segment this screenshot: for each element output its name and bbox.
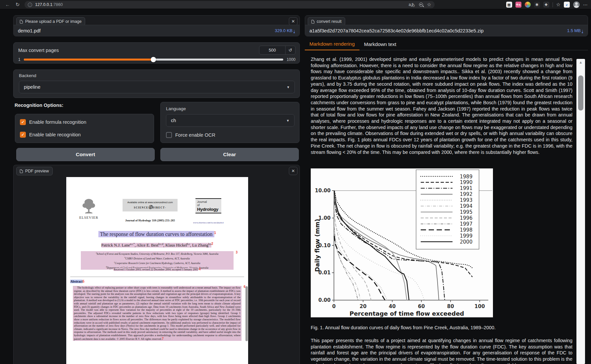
toolbar-divider	[553, 2, 553, 7]
misc-extension-icon[interactable]: ❖	[543, 2, 549, 8]
pdf-page-scrollbar-thumb[interactable]	[245, 286, 248, 341]
svg-text:10.00: 10.00	[315, 188, 331, 194]
site-info-icon[interactable]: i	[28, 3, 32, 7]
svg-text:1998: 1998	[460, 227, 472, 233]
uploaded-file-row[interactable]: demo1.pdf 329.0 KB ↓	[14, 25, 299, 36]
markdown-rendering-panel: Zhang et al. (1999, 2001) developed simp…	[305, 50, 577, 364]
paper-received-line: Received 1 October 2003; revised 22 Dece…	[66, 267, 248, 271]
svg-text:0: 0	[332, 303, 336, 309]
pdf-preview-chip: PDF preview	[16, 167, 53, 175]
available-online-text: Available online at www.sciencedirect.co…	[123, 201, 178, 204]
affiliation-line: bCSIRO Division of Land and Water, Canbe…	[81, 256, 234, 260]
journal-of-hydrology-box: Journal of Hydrology	[195, 198, 221, 213]
fruit-bowl-extension-icon[interactable]	[525, 2, 531, 8]
file-icon	[20, 169, 23, 173]
svg-text:1997: 1997	[460, 221, 472, 227]
language-dropdown[interactable]: ch ▼	[166, 114, 295, 127]
menu-dots-icon[interactable]: ⋯	[583, 2, 588, 7]
recognition-options-box: ✓ Enable formula recognition ✓ Enable ta…	[15, 114, 154, 143]
elsevier-logo: ELSEVIER	[76, 198, 101, 219]
scrollbar-up-arrow[interactable]: ▲	[576, 60, 585, 64]
reload-icon[interactable]: ↻	[13, 2, 23, 8]
figure-1-chart: 10.001.000.100.010.00020406080100Percent…	[311, 168, 493, 317]
favorites-icon[interactable]: ☆	[556, 2, 561, 8]
svg-text:1996: 1996	[460, 215, 472, 221]
qr-extension-icon[interactable]: ▦	[506, 2, 512, 8]
max-pages-input[interactable]: 500	[259, 46, 285, 54]
force-ocr-checkbox[interactable]	[166, 132, 172, 138]
annotation-1: 1	[214, 231, 216, 235]
svg-text:1990: 1990	[460, 179, 472, 185]
tab-markdown-rendering[interactable]: Markdown rendering	[305, 38, 359, 50]
back-icon[interactable]: ←	[3, 2, 13, 7]
browser-window: ← ↻ i 127.0.0.1 :7860 aあ ☆ ▦ 中A ✻ ❖ ☆ e …	[0, 0, 591, 364]
scrollbar-thumb[interactable]	[578, 75, 583, 111]
svg-text:1993: 1993	[460, 197, 472, 203]
affiliation-line: aSchool of Forest and Ecosystem Studies,…	[81, 251, 234, 256]
svg-text:0.00: 0.00	[318, 297, 331, 303]
result-filesize[interactable]: 1.5 MB ↓	[567, 28, 583, 33]
formula-checkbox-label: Enable formula recognition	[29, 119, 86, 125]
markdown-scrollbar[interactable]: ▲	[576, 59, 585, 364]
address-bar[interactable]: i 127.0.0.1 :7860 aあ ☆	[25, 1, 435, 8]
max-pages-input-group: 500 ↺	[259, 46, 296, 55]
formula-checkbox[interactable]: ✓	[20, 119, 26, 125]
svg-text:Percentage of time flow exceed: Percentage of time flow exceeded	[349, 310, 464, 317]
browser-chrome: ← ↻ i 127.0.0.1 :7860 aあ ☆ ▦ 中A ✻ ❖ ☆ e …	[0, 0, 591, 9]
upload-block: Please upload a PDF or image ✕ demo1.pdf…	[13, 15, 300, 36]
translate-extension-icon[interactable]: 中A	[515, 2, 521, 8]
backend-dropdown[interactable]: pipeline ▼	[19, 81, 295, 93]
table-checkbox[interactable]: ✓	[20, 132, 26, 138]
slider-max-label: 1000	[287, 57, 296, 62]
result-filename[interactable]: a1a5f3ed2d7207a78042cea52ca72583c4e02de9…	[309, 28, 484, 33]
url-port: :7860	[52, 2, 63, 7]
pdf-preview-label: PDF preview	[25, 169, 49, 173]
result-file-row[interactable]: a1a5f3ed2d7207a78042cea52ca72583c4e02de9…	[305, 25, 588, 36]
openai-extension-icon[interactable]: ✻	[534, 2, 540, 8]
annotation-7: 7	[162, 337, 164, 341]
tab-markdown-text[interactable]: Markdown text	[359, 39, 401, 50]
svg-text:1992: 1992	[460, 191, 472, 197]
uploaded-filesize[interactable]: 329.0 KB ↓	[275, 28, 296, 33]
reset-icon[interactable]: ↺	[285, 46, 295, 54]
table-recognition-row[interactable]: ✓ Enable table recognition	[20, 132, 81, 138]
ie-mode-icon[interactable]: e	[564, 2, 570, 8]
slider-min-label: 1	[18, 57, 21, 62]
force-ocr-label: Force enable OCR	[175, 132, 215, 138]
slider-handle[interactable]	[151, 57, 156, 62]
pdf-page: ELSEVIER Available online at www.science…	[66, 177, 248, 364]
download-icon: ↓	[293, 29, 295, 33]
svg-text:1995: 1995	[460, 209, 472, 215]
convert-button[interactable]: Convert	[16, 148, 155, 161]
uploaded-filename[interactable]: demo1.pdf	[18, 28, 41, 33]
journal-citation-line: Journal of Hydrology 310 (2005) 253–265	[118, 219, 182, 222]
extensions-row: ▦ 中A ✻ ❖ ☆ e ⋯	[506, 0, 588, 9]
force-ocr-row[interactable]: Force enable OCR	[166, 132, 215, 138]
file-icon	[20, 20, 23, 23]
translate-page-icon[interactable]: aあ	[409, 2, 415, 8]
formula-recognition-row[interactable]: ✓ Enable formula recognition	[20, 119, 86, 125]
sciencedirect-wordmark: SCIENCEⓓDIRECT·	[123, 205, 178, 210]
upload-close-button[interactable]: ✕	[289, 17, 297, 25]
profile-avatar[interactable]	[573, 1, 580, 8]
svg-text:100: 100	[474, 303, 485, 309]
sciencedirect-box: Available online at www.sciencedirect.co…	[123, 199, 178, 211]
annotation-4: 4	[199, 267, 201, 271]
chevron-down-icon: ▼	[286, 119, 290, 122]
svg-text:1989: 1989	[460, 174, 472, 180]
max-pages-slider[interactable]	[24, 59, 284, 61]
clear-button[interactable]: Clear	[160, 148, 299, 161]
slider-fill	[24, 59, 154, 61]
paper-authors: Patrick N.J. Lanea,c,*, Alice E. Bestb,c…	[66, 242, 248, 248]
preview-close-button[interactable]: ✕	[289, 167, 297, 175]
language-box: Language ch ▼ Force enable OCR	[160, 102, 299, 143]
max-pages-label: Max convert pages	[18, 48, 59, 53]
backend-label: Backend	[19, 73, 36, 78]
zoom-out-icon[interactable]	[419, 3, 423, 7]
annotation-2: 2	[211, 242, 213, 246]
annotation-5: 5	[82, 280, 84, 283]
abstract-heading: Abstract5	[70, 280, 84, 283]
svg-text:1999: 1999	[460, 233, 472, 239]
bookmark-star-icon[interactable]: ☆	[427, 2, 431, 8]
paper-affiliations: 3 aSchool of Forest and Ecosystem Studie…	[81, 251, 234, 270]
